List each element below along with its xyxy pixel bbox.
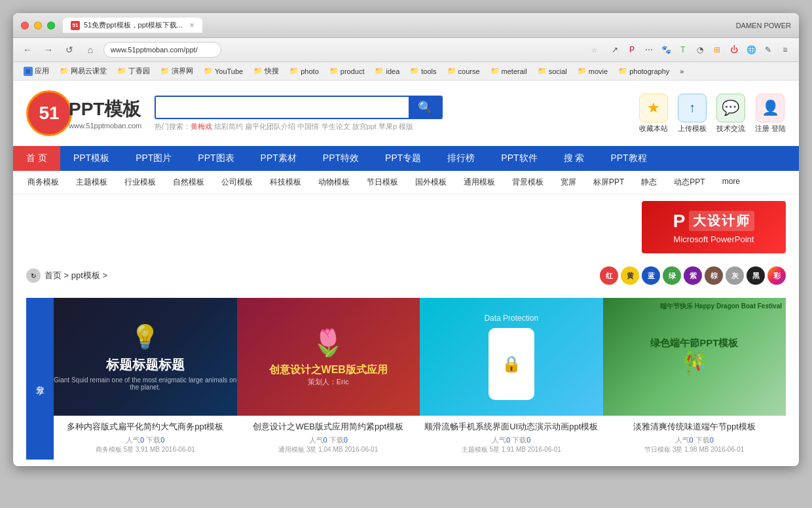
bookmark-yanjiewan[interactable]: 📁 演界网 — [157, 65, 197, 77]
nav-ranking[interactable]: 排行榜 — [434, 146, 488, 171]
bookmark-youtube[interactable]: 📁 YouTube — [200, 65, 247, 77]
nav-ppt-effect[interactable]: PPT特效 — [310, 146, 372, 171]
tech-action[interactable]: 💬 技术交流 — [716, 94, 745, 134]
bookmark-dingxiang[interactable]: 📁 丁香园 — [113, 65, 154, 77]
filter-colorful[interactable]: 彩 — [767, 266, 786, 285]
sub-nav-wide[interactable]: 宽屏 — [553, 175, 584, 190]
folder-icon-5: 📁 — [253, 67, 263, 75]
bookmark-social[interactable]: 📁 social — [534, 65, 571, 77]
template-card-2[interactable]: 🌷 创意设计之WEB版式应用 策划人：Eric 创意设计之WEB版式应用简约紧p… — [237, 298, 420, 460]
refresh-icon[interactable]: ↻ — [26, 268, 41, 283]
nav-ppt-special[interactable]: PPT专题 — [372, 146, 434, 171]
filter-purple[interactable]: 紫 — [684, 266, 702, 285]
bookmark-material[interactable]: 📁 meterail — [487, 65, 531, 77]
sub-nav-bg[interactable]: 背景模板 — [504, 175, 551, 190]
banner-ad[interactable]: P 大设计师 Microsoft PowerPoint — [642, 201, 786, 253]
pinterest-icon[interactable]: P — [625, 43, 639, 57]
bookmark-photography[interactable]: 📁 photography — [614, 65, 673, 77]
minimize-button[interactable] — [34, 22, 42, 29]
nav-ppt-chart[interactable]: PPT图表 — [185, 146, 247, 171]
popularity-3: 0 — [506, 436, 510, 444]
apps-icon: ⊞ — [24, 67, 33, 76]
nav-icon-5[interactable]: ⊞ — [710, 43, 724, 57]
menu-icon[interactable]: ≡ — [778, 43, 792, 57]
nav-search[interactable]: 搜 索 — [551, 146, 598, 171]
bookmark-more[interactable]: » — [676, 66, 688, 77]
filter-gray[interactable]: 灰 — [726, 266, 744, 285]
filter-brown[interactable]: 棕 — [705, 266, 723, 285]
nav-ppt-material[interactable]: PPT素材 — [248, 146, 310, 171]
nav-icon-7[interactable]: 🌐 — [744, 43, 758, 57]
bookmark-yanjiewan-label: 演界网 — [172, 66, 193, 76]
nav-icon-3[interactable]: T — [676, 43, 690, 57]
nav-ppt-tutorial[interactable]: PPT教程 — [597, 146, 659, 171]
address-bar[interactable] — [103, 42, 221, 58]
nav-icon-6[interactable]: ⏻ — [727, 43, 741, 57]
sub-nav-theme[interactable]: 主题模板 — [68, 175, 115, 190]
close-button[interactable] — [21, 22, 29, 29]
upload-action[interactable]: ↑ 上传模板 — [678, 94, 707, 134]
downloads-4: 0 — [710, 436, 714, 444]
active-tab[interactable]: 51 51免费ppt模板，ppt模板下载... ✕ — [63, 18, 202, 33]
register-label: 注册 登陆 — [755, 124, 786, 134]
bookmark-kuaisu[interactable]: 📁 快搜 — [249, 65, 283, 77]
template-meta-4: 节日模板 3星 1.98 MB 2016-06-01 — [606, 445, 784, 454]
template-card-1[interactable]: 💡 标题标题标题 Giant Squid remain one of the m… — [54, 298, 237, 460]
filter-blue[interactable]: 蓝 — [642, 266, 660, 285]
template-meta-3: 主题模板 5星 1.91 MB 2016-06-01 — [422, 445, 600, 454]
nav-icon-8[interactable]: ✎ — [761, 43, 775, 57]
sub-nav-business[interactable]: 商务模板 — [20, 175, 67, 190]
bookmark-movie-label: movie — [589, 67, 608, 75]
downloads-1: 0 — [160, 436, 164, 444]
share-icon[interactable]: ↗ — [608, 43, 622, 57]
collect-action[interactable]: ★ 收藏本站 — [639, 94, 668, 134]
forward-button[interactable]: → — [41, 42, 56, 58]
nav-ppt-software[interactable]: PPT软件 — [488, 146, 550, 171]
nav-ppt-template[interactable]: PPT模板 — [60, 146, 122, 171]
home-button[interactable]: ⌂ — [83, 42, 98, 58]
maximize-button[interactable] — [47, 22, 55, 29]
sub-nav-foreign[interactable]: 国外模板 — [407, 175, 454, 190]
template-thumb-1: 💡 标题标题标题 Giant Squid remain one of the m… — [54, 298, 237, 416]
sub-nav-general[interactable]: 通用模板 — [456, 175, 503, 190]
template-card-4[interactable]: 端午节快乐 Happy Dragon Boat Festival 绿色端午節PP… — [603, 298, 786, 460]
nav-icon-4[interactable]: ◔ — [693, 43, 707, 57]
search-button[interactable]: 🔍 — [409, 97, 441, 118]
filter-yellow[interactable]: 黄 — [621, 266, 639, 285]
traffic-lights — [21, 22, 55, 29]
logo-circle[interactable]: 51 — [26, 90, 72, 136]
sub-nav-company[interactable]: 公司模板 — [213, 175, 261, 190]
folder-icon-13: 📁 — [578, 67, 587, 75]
nav-ppt-image[interactable]: PPT图片 — [122, 146, 185, 171]
nav-icon-1[interactable]: ⋯ — [642, 43, 656, 57]
sub-nav-animal[interactable]: 动物模板 — [310, 175, 358, 190]
bookmark-movie[interactable]: 📁 movie — [574, 65, 612, 77]
sub-nav-static[interactable]: 静态 — [633, 175, 665, 190]
bookmark-course[interactable]: 📁 course — [443, 65, 484, 77]
register-action[interactable]: 👤 注册 登陆 — [755, 94, 786, 134]
filter-black[interactable]: 黑 — [747, 266, 765, 285]
bookmark-wangyi[interactable]: 📁 网易云课堂 — [56, 65, 111, 77]
reload-button[interactable]: ↺ — [62, 42, 77, 58]
sub-nav-standard[interactable]: 标屏PPT — [585, 175, 632, 190]
search-input[interactable] — [156, 97, 409, 118]
bookmark-tools[interactable]: 📁 tools — [406, 65, 440, 77]
bookmark-photo[interactable]: 📁 photo — [286, 65, 323, 77]
sub-nav-tech[interactable]: 科技模板 — [262, 175, 309, 190]
filter-red[interactable]: 红 — [600, 266, 618, 285]
nav-home[interactable]: 首 页 — [13, 146, 60, 171]
back-button[interactable]: ← — [20, 42, 35, 58]
bookmark-icon[interactable]: ☆ — [591, 46, 597, 54]
bookmark-idea[interactable]: 📁 idea — [371, 65, 403, 77]
tab-close-icon[interactable]: ✕ — [189, 22, 194, 29]
sub-nav-dynamic[interactable]: 动态PPT — [666, 175, 712, 190]
sub-nav-nature[interactable]: 自然模板 — [165, 175, 212, 190]
bookmark-apps[interactable]: ⊞ 应用 — [20, 65, 53, 77]
sub-nav-festival[interactable]: 节日模板 — [359, 175, 406, 190]
bookmark-product[interactable]: 📁 product — [325, 65, 369, 77]
sub-nav-more[interactable]: more — [714, 175, 748, 190]
filter-green[interactable]: 绿 — [663, 266, 681, 285]
template-card-3[interactable]: Data Protection 🔒 顺滑流畅手机系统界面UI动态演示动画ppt模… — [420, 298, 603, 460]
nav-icon-2[interactable]: 🐾 — [659, 43, 673, 57]
sub-nav-industry[interactable]: 行业模板 — [117, 175, 164, 190]
